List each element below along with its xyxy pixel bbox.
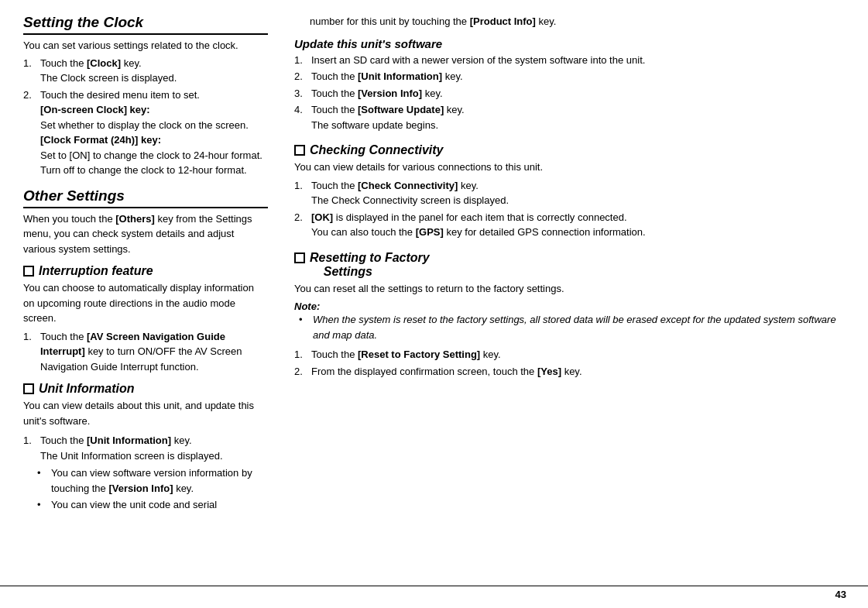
unit-info-bullet-1: • You can view software version informat… bbox=[37, 465, 268, 496]
note-label: Note: bbox=[294, 301, 320, 312]
checkbox-icon bbox=[23, 266, 34, 277]
note-block: Note: • When the system is reset to the … bbox=[294, 301, 845, 342]
update-software-title: Update this unit's software bbox=[294, 37, 845, 50]
other-settings-intro: When you touch the [Others] key from the… bbox=[23, 211, 268, 257]
update-step-3: 3. Touch the [Version Info] key. bbox=[294, 86, 845, 101]
other-settings-section: Other Settings When you touch the [Other… bbox=[23, 187, 268, 513]
note-text: When the system is reset to the factory … bbox=[313, 312, 845, 342]
resetting-section: Resetting to Factory Settings You can re… bbox=[294, 251, 845, 380]
checking-heading: Checking Connectivity bbox=[294, 143, 845, 157]
resetting-step-2: 2. From the displayed confirmation scree… bbox=[294, 364, 845, 380]
page-container: Setting the Clock You can set various se… bbox=[0, 0, 868, 608]
update-step-2: 2. Touch the [Unit Information] key. bbox=[294, 69, 845, 84]
bottom-rule bbox=[0, 586, 868, 586]
update-step-1: 1. Insert an SD card with a newer versio… bbox=[294, 53, 845, 68]
continued-text: number for this unit by touching the [Pr… bbox=[310, 14, 845, 29]
interruption-step-1: 1. Touch the [AV Screen Navigation Guide… bbox=[23, 329, 268, 375]
right-column: number for this unit by touching the [Pr… bbox=[286, 14, 845, 594]
resetting-step-1: 1. Touch the [Reset to Factory Setting] … bbox=[294, 347, 845, 362]
left-column: Setting the Clock You can set various se… bbox=[23, 14, 286, 594]
resetting-label: Resetting to Factory Settings bbox=[310, 251, 430, 279]
clock-step-2: 2. Touch the desired menu item to set. [… bbox=[23, 88, 268, 178]
checking-step-1: 1. Touch the [Check Connectivity] key.Th… bbox=[294, 178, 845, 208]
setting-clock-title: Setting the Clock bbox=[23, 14, 268, 35]
other-settings-title: Other Settings bbox=[23, 187, 268, 208]
checkbox-icon-2 bbox=[23, 383, 34, 394]
setting-clock-intro: You can set various settings related to … bbox=[23, 38, 268, 53]
setting-clock-section: Setting the Clock You can set various se… bbox=[23, 14, 268, 178]
checking-step-2: 2. [OK] is displayed in the panel for ea… bbox=[294, 210, 845, 240]
resetting-heading: Resetting to Factory Settings bbox=[294, 251, 845, 279]
page-number: 43 bbox=[835, 589, 846, 600]
interruption-heading: Interruption feature bbox=[23, 264, 268, 278]
unit-info-intro: You can view details about this unit, an… bbox=[23, 398, 268, 428]
resetting-intro: You can reset all the settings to return… bbox=[294, 281, 845, 297]
checkbox-icon-3 bbox=[294, 145, 305, 156]
unit-info-step-1: 1. Touch the [Unit Information] key.The … bbox=[23, 433, 268, 513]
checking-intro: You can view details for various connect… bbox=[294, 160, 845, 175]
update-software-section: Update this unit's software 1. Insert an… bbox=[294, 37, 845, 133]
unit-info-label: Unit Information bbox=[39, 382, 135, 396]
note-bullet: • When the system is reset to the factor… bbox=[299, 312, 845, 342]
checking-label: Checking Connectivity bbox=[310, 143, 443, 157]
interruption-intro: You can choose to automatically display … bbox=[23, 280, 268, 326]
clock-step-1: 1. Touch the [Clock] key.The Clock scree… bbox=[23, 56, 268, 86]
update-step-4: 4. Touch the [Software Update] key.The s… bbox=[294, 102, 845, 132]
checking-connectivity-section: Checking Connectivity You can view detai… bbox=[294, 143, 845, 240]
unit-info-bullet-2: • You can view the unit code and serial bbox=[37, 497, 268, 513]
interruption-label: Interruption feature bbox=[39, 264, 153, 278]
unit-info-heading: Unit Information bbox=[23, 382, 268, 396]
checkbox-icon-4 bbox=[294, 252, 305, 263]
